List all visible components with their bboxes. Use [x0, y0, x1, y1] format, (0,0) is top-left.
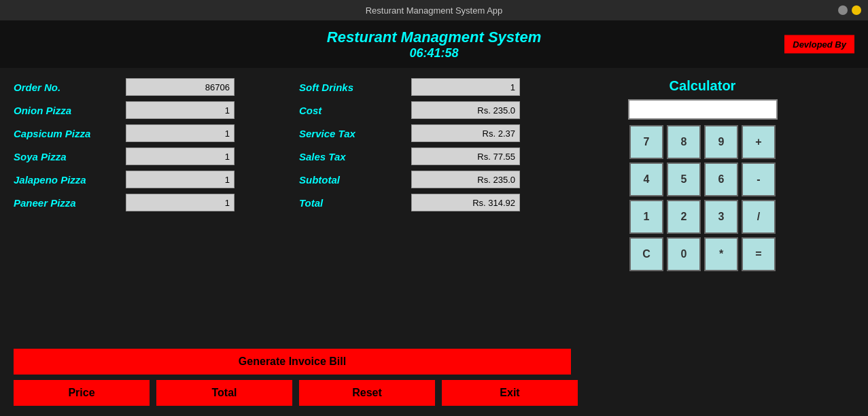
left-field-row-2: Capsicum Pizza	[14, 124, 285, 142]
middle-input-1[interactable]	[411, 101, 520, 119]
calc-btn-multiply[interactable]: *	[704, 237, 738, 271]
calc-btn-C[interactable]: C	[629, 237, 663, 271]
left-label-0: Order No.	[14, 82, 119, 93]
calc-btn-7[interactable]: 7	[629, 125, 663, 159]
middle-input-5[interactable]	[411, 194, 520, 211]
middle-input-0[interactable]	[411, 78, 520, 96]
calculator-title: Calculator	[670, 78, 736, 94]
calculator-display[interactable]	[628, 99, 778, 120]
calc-btn-1[interactable]: 1	[629, 200, 663, 234]
minimize-icon[interactable]	[838, 5, 848, 15]
left-label-3: Soya Pizza	[14, 151, 119, 162]
generate-invoice-button[interactable]: Generate Invoice Bill	[14, 349, 571, 375]
middle-input-3[interactable]	[411, 148, 520, 165]
calc-btn-equals[interactable]: =	[742, 237, 776, 271]
middle-label-3: Sales Tax	[299, 151, 404, 162]
exit-button[interactable]: Exit	[442, 380, 578, 406]
left-label-5: Paneer Pizza	[14, 197, 119, 209]
left-input-2[interactable]	[126, 124, 235, 142]
title-bar: Resturant Managment System App	[0, 0, 868, 20]
maximize-icon[interactable]	[852, 5, 861, 15]
middle-input-4[interactable]	[411, 171, 520, 188]
price-button[interactable]: Price	[14, 380, 150, 406]
calc-btn-0[interactable]: 0	[667, 237, 701, 271]
calc-btn-9[interactable]: 9	[704, 125, 738, 159]
middle-label-5: Total	[299, 197, 404, 209]
calc-btn-minus[interactable]: -	[742, 162, 776, 196]
titlebar-label: Resturant Managment System App	[366, 5, 503, 16]
left-input-3[interactable]	[126, 148, 235, 165]
middle-label-2: Service Tax	[299, 128, 404, 139]
calc-btn-3[interactable]: 3	[704, 200, 738, 234]
calc-btn-4[interactable]: 4	[629, 162, 663, 196]
calc-btn-8[interactable]: 8	[667, 125, 701, 159]
left-label-4: Jalapeno Pizza	[14, 174, 119, 186]
calc-btn-6[interactable]: 6	[704, 162, 738, 196]
calculator-buttons: 789+456-123/C0*=	[629, 125, 776, 271]
left-field-row-3: Soya Pizza	[14, 148, 285, 165]
middle-field-row-0: Soft Drinks	[299, 78, 537, 96]
left-input-1[interactable]	[126, 101, 235, 119]
app-time: 06:41:58	[327, 46, 541, 60]
calc-btn-divide[interactable]: /	[742, 200, 776, 234]
middle-field-row-2: Service Tax	[299, 124, 537, 142]
bottom-section: Generate Invoice Bill Price Total Reset …	[14, 349, 854, 406]
left-field-row-1: Onion Pizza	[14, 101, 285, 119]
action-buttons: Price Total Reset Exit	[14, 380, 854, 406]
middle-input-2[interactable]	[411, 124, 520, 142]
middle-field-row-4: Subtotal	[299, 171, 537, 188]
middle-label-4: Subtotal	[299, 174, 404, 186]
devloped-by-button[interactable]: Devloped By	[784, 35, 854, 54]
left-label-1: Onion Pizza	[14, 105, 119, 116]
left-input-5[interactable]	[126, 194, 235, 211]
app-title: Resturant Managment System	[327, 29, 541, 46]
left-field-row-5: Paneer Pizza	[14, 194, 285, 211]
header-title: Resturant Managment System 06:41:58	[327, 29, 541, 60]
header: Resturant Managment System 06:41:58 Devl…	[0, 20, 868, 68]
left-input-4[interactable]	[126, 171, 235, 188]
middle-label-1: Cost	[299, 105, 404, 116]
middle-field-row-5: Total	[299, 194, 537, 211]
middle-label-0: Soft Drinks	[299, 82, 404, 93]
left-label-2: Capsicum Pizza	[14, 128, 119, 139]
calc-btn-5[interactable]: 5	[667, 162, 701, 196]
left-input-0[interactable]	[126, 78, 235, 96]
total-button[interactable]: Total	[156, 380, 292, 406]
calc-btn-2[interactable]: 2	[667, 200, 701, 234]
calc-btn-plus[interactable]: +	[742, 125, 776, 159]
left-field-row-0: Order No.	[14, 78, 285, 96]
reset-button[interactable]: Reset	[299, 380, 435, 406]
middle-field-row-1: Cost	[299, 101, 537, 119]
window-controls	[838, 5, 861, 15]
left-field-row-4: Jalapeno Pizza	[14, 171, 285, 188]
middle-field-row-3: Sales Tax	[299, 148, 537, 165]
